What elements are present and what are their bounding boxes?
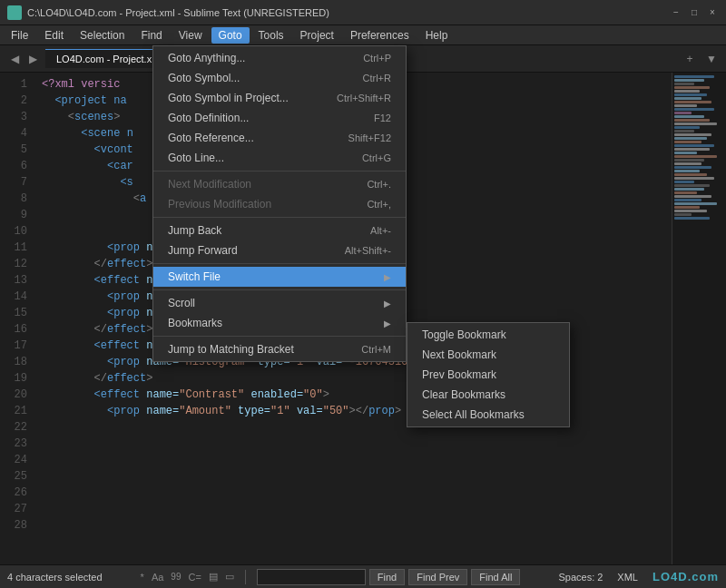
menu-goto[interactable]: Goto <box>211 27 250 44</box>
jump-matching-bracket-shortcut: Ctrl+M <box>361 344 391 355</box>
separator-3 <box>153 263 406 264</box>
prev-bookmark-item[interactable]: Prev Bookmark <box>407 365 569 385</box>
add-tab-button[interactable]: + <box>681 50 699 68</box>
tab-more-options[interactable]: ▼ <box>702 50 721 68</box>
bookmarks-arrow: ▶ <box>384 318 391 328</box>
menu-preferences[interactable]: Preferences <box>343 27 417 44</box>
scroll-arrow: ▶ <box>384 299 391 309</box>
window-controls: − □ × <box>670 6 719 19</box>
switch-file-label: Switch File <box>168 270 221 283</box>
goto-anything-label: Goto Anything... <box>168 52 245 64</box>
goto-line-item[interactable]: Goto Line... Ctrl+G <box>153 148 406 168</box>
find-input[interactable] <box>257 569 366 585</box>
lo4d-logo: LO4D.com <box>652 570 719 583</box>
switch-file-item[interactable]: Switch File ▶ <box>153 267 406 287</box>
jump-forward-label: Jump Forward <box>168 244 238 257</box>
jump-forward-shortcut: Alt+Shift+- <box>345 245 391 256</box>
jump-forward-item[interactable]: Jump Forward Alt+Shift+- <box>153 240 406 260</box>
language-info: XML <box>617 572 638 583</box>
goto-definition-item[interactable]: Goto Definition... F12 <box>153 108 406 128</box>
goto-symbol-shortcut: Ctrl+R <box>363 73 391 83</box>
line-numbers: 12345 678910 1112131415 1617181920 21222… <box>0 73 34 564</box>
app-icon <box>7 5 22 20</box>
separator-5 <box>153 336 406 337</box>
next-bookmark-label: Next Bookmark <box>422 348 496 361</box>
find-button[interactable]: Find <box>369 569 405 585</box>
status-selection-info: 4 characters selected <box>7 572 103 583</box>
goto-definition-label: Goto Definition... <box>168 112 249 124</box>
close-button[interactable]: × <box>706 6 719 19</box>
menu-find[interactable]: Find <box>133 27 169 44</box>
jump-back-shortcut: Alt+- <box>370 225 391 236</box>
next-bookmark-item[interactable]: Next Bookmark <box>407 345 569 365</box>
next-modification-item: Next Modification Ctrl+. <box>153 174 406 194</box>
tab-nav-forward[interactable]: ▶ <box>24 50 42 68</box>
jump-matching-bracket-item[interactable]: Jump to Matching Bracket Ctrl+M <box>153 339 406 359</box>
prev-modification-shortcut: Ctrl+, <box>367 199 391 210</box>
scroll-label: Scroll <box>168 297 195 309</box>
next-modification-label: Next Modification <box>168 178 251 191</box>
bookmarks-label: Bookmarks <box>168 317 222 329</box>
scroll-item[interactable]: Scroll ▶ <box>153 293 406 313</box>
find-bar-container: * Aa 99 C= ▤ ▭ Find Find Prev Find All <box>117 569 544 585</box>
tab-nav-back[interactable]: ◀ <box>5 50 24 68</box>
title-bar: C:\LO4D\LO4D.com - Project.xml - Sublime… <box>0 0 726 25</box>
spaces-info: Spaces: 2 <box>558 572 603 583</box>
goto-symbol-project-item[interactable]: Goto Symbol in Project... Ctrl+Shift+R <box>153 88 406 108</box>
prev-modification-label: Previous Modification <box>168 198 271 211</box>
tab-actions: + ▼ <box>681 50 721 68</box>
goto-reference-item[interactable]: Goto Reference... Shift+F12 <box>153 128 406 148</box>
menu-selection[interactable]: Selection <box>73 27 132 44</box>
maximize-button[interactable]: □ <box>688 6 701 19</box>
minimize-button[interactable]: − <box>670 6 682 19</box>
menu-file[interactable]: File <box>4 27 35 44</box>
clear-bookmarks-label: Clear Bookmarks <box>422 388 505 401</box>
separator-2 <box>153 217 406 218</box>
goto-anything-shortcut: Ctrl+P <box>363 53 391 64</box>
next-modification-shortcut: Ctrl+. <box>367 179 391 190</box>
menu-bar: File Edit Selection Find View Goto Tools… <box>0 25 726 45</box>
jump-matching-bracket-label: Jump to Matching Bracket <box>168 343 294 356</box>
status-bar: 4 characters selected * Aa 99 C= ▤ ▭ Fin… <box>0 564 726 588</box>
goto-symbol-label: Goto Symbol... <box>168 72 240 84</box>
goto-line-shortcut: Ctrl+G <box>362 152 391 163</box>
goto-line-label: Goto Line... <box>168 152 224 164</box>
menu-edit[interactable]: Edit <box>37 27 71 44</box>
select-all-bookmarks-item[interactable]: Select All Bookmarks <box>407 405 569 425</box>
goto-anything-item[interactable]: Goto Anything... Ctrl+P <box>153 48 406 68</box>
window-title: C:\LO4D\LO4D.com - Project.xml - Sublime… <box>27 7 670 18</box>
menu-project[interactable]: Project <box>293 27 341 44</box>
goto-reference-shortcut: Shift+F12 <box>348 132 391 143</box>
switch-file-arrow: ▶ <box>384 272 391 282</box>
clear-bookmarks-item[interactable]: Clear Bookmarks <box>407 385 569 405</box>
select-all-bookmarks-label: Select All Bookmarks <box>422 408 525 421</box>
jump-back-item[interactable]: Jump Back Alt+- <box>153 220 406 240</box>
mini-map[interactable] <box>672 73 726 564</box>
goto-dropdown-menu: Goto Anything... Ctrl+P Goto Symbol... C… <box>152 45 407 362</box>
goto-reference-label: Goto Reference... <box>168 132 254 144</box>
goto-symbol-project-label: Goto Symbol in Project... <box>168 92 289 104</box>
menu-help[interactable]: Help <box>418 27 456 44</box>
bookmarks-item[interactable]: Bookmarks ▶ <box>153 313 406 333</box>
find-all-button[interactable]: Find All <box>471 569 520 585</box>
prev-modification-item: Previous Modification Ctrl+, <box>153 194 406 214</box>
menu-view[interactable]: View <box>172 27 210 44</box>
toggle-bookmark-item[interactable]: Toggle Bookmark <box>407 325 569 345</box>
find-prev-button[interactable]: Find Prev <box>408 569 467 585</box>
bookmarks-submenu: Toggle Bookmark Next Bookmark Prev Bookm… <box>407 322 570 427</box>
prev-bookmark-label: Prev Bookmark <box>422 368 496 381</box>
menu-tools[interactable]: Tools <box>251 27 291 44</box>
goto-symbol-item[interactable]: Goto Symbol... Ctrl+R <box>153 68 406 88</box>
jump-back-label: Jump Back <box>168 224 221 237</box>
toggle-bookmark-label: Toggle Bookmark <box>422 328 506 341</box>
goto-symbol-project-shortcut: Ctrl+Shift+R <box>337 93 391 103</box>
goto-definition-shortcut: F12 <box>374 113 391 123</box>
separator-1 <box>153 171 406 172</box>
separator-4 <box>153 289 406 290</box>
